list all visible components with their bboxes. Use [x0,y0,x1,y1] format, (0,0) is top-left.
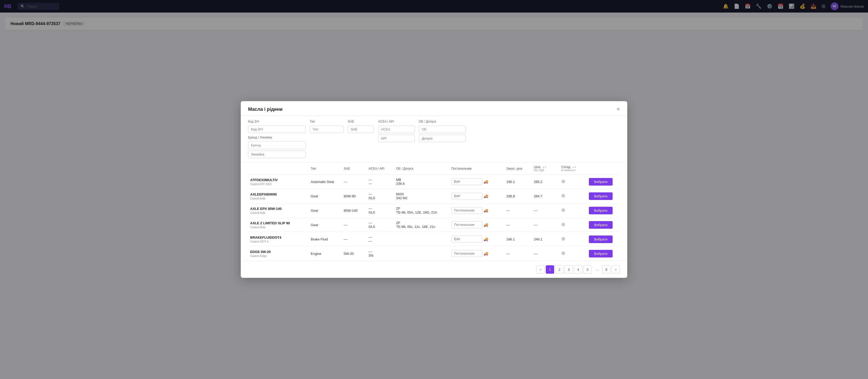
cell-item-name: AXLE EPX 85W-140 Castrol Axle [248,203,309,218]
filter-group-acea: ACEA / API ACEA [378,120,415,142]
stock-dot [561,252,565,255]
filter-type-select[interactable]: Тип [310,125,344,133]
truck-icon[interactable]: 🚚 [484,208,488,212]
cell-item-name: AXLE Z LIMITED SLIP 90 Castrol Axle [248,218,309,232]
cell-type: Gear [309,189,342,203]
cell-sae: — [342,218,367,232]
cell-price: 249.1 [532,232,559,246]
pagination-page-2[interactable]: 2 [555,265,563,274]
select-button[interactable]: Вибрати [589,221,613,229]
truck-icon[interactable]: 🚚 [484,180,488,184]
select-button[interactable]: Вибрати [589,250,613,258]
col-action [587,163,620,175]
cell-type: Gear [309,203,342,218]
cell-stock [559,218,587,232]
cell-supplier: 🚚 [449,175,504,189]
filter-kod-input[interactable] [248,125,306,133]
filter-oe-select[interactable]: OE [419,125,466,133]
filter-label-sae: SAE [348,120,374,123]
cell-type: Automatic Gear [309,175,342,189]
cell-sae: 85W-140 [342,203,367,218]
table-row: AXLEEPX80W90 Castrol Axle Gear 80W-90 — … [248,189,620,203]
supplier-input[interactable] [451,236,483,242]
filter-label-type: Тип [310,120,344,123]
col-acea: ACEA / API [367,163,394,175]
modal-title: Масла і рідини [248,107,283,112]
filter-brend-select[interactable]: Бренд [248,141,306,149]
supplier-input[interactable] [451,178,483,185]
cell-oe: ZF TE-ML 05c, 12c, 16E, 21c [394,218,449,232]
stock-dot [561,223,565,226]
pagination-page-1[interactable]: 1 [546,265,554,274]
filter-sae-input[interactable] [348,125,374,133]
filter-group-oe: OE / Допуск OE [419,120,466,142]
table-row: EDGE 0W-20 Castrol Edge Engine 0W-20 — S… [248,246,620,261]
select-button[interactable]: Вибрати [589,207,613,214]
filter-group-sae: SAE [348,120,374,133]
filter-lineyka-input[interactable] [248,150,306,158]
col-type: Тип [309,163,342,175]
select-button[interactable]: Вибрати [589,235,613,243]
oils-modal: Масла і рідини × Код З/Ч Бренд / Линейка… [241,101,627,278]
cell-supplier: 🚚 [449,232,504,246]
stock-dot [561,237,565,241]
col-oe: OE / Допуск [394,163,449,175]
pagination-page-5[interactable]: 5 [583,265,592,274]
supplier-input[interactable] [451,207,483,214]
cell-supplier: 🚚 [449,189,504,203]
select-button[interactable]: Вибрати [589,193,613,200]
cell-sae: — [342,232,367,246]
select-button[interactable]: Вибрати [589,178,613,185]
cell-oe: ZF TE-ML 05A, 12E, 16D, 21A [394,203,449,218]
truck-icon[interactable]: 🚚 [484,237,488,241]
table-row: ATFDEXIIMULTIV Castrol ATF DEX Automatic… [248,175,620,189]
pagination-dots: ··· [593,265,601,274]
cell-oe [394,246,449,261]
cell-type: Gear [309,218,342,232]
supplier-input[interactable] [451,222,483,228]
pagination-page-4[interactable]: 4 [574,265,582,274]
supplier-input[interactable] [451,193,483,199]
filter-group-kod-brend: Код З/Ч Бренд / Линейка Бренд [248,120,306,158]
table-section: Тип SAE ACEA / API OE / Допуск Постачаль… [241,163,627,261]
col-price[interactable]: Ціна ▲▼ без ПДВ [532,163,559,175]
cell-stock [559,232,587,246]
cell-action: Вибрати [587,189,620,203]
pagination-prev[interactable]: < [536,265,545,274]
cell-purchase-price: 189.8 [504,189,532,203]
cell-price: — [532,218,559,232]
cell-supplier: 🚚 [449,246,504,261]
cell-supplier: 🚚 [449,203,504,218]
cell-item-name: AXLEEPX80W90 Castrol Axle [248,189,309,203]
modal-close-button[interactable]: × [617,106,620,112]
pagination-page-8[interactable]: 8 [602,265,611,274]
filter-acea-select[interactable]: ACEA [378,125,415,133]
stock-dot [561,208,565,212]
stock-dot [561,194,565,198]
pagination-page-3[interactable]: 3 [564,265,573,274]
table-row: AXLE Z LIMITED SLIP 90 Castrol Axle Gear… [248,218,620,232]
col-purchase-price[interactable]: Закуп. ціна [504,163,532,175]
cell-action: Вибрати [587,218,620,232]
pagination-next[interactable]: > [612,265,620,274]
filters-section: Код З/Ч Бренд / Линейка Бренд Тип Тип [241,116,627,163]
cell-purchase-price: — [504,203,532,218]
supplier-input[interactable] [451,250,483,257]
cell-item-name: BRAKEFLUIDDOT4 Castrol DOT 4 [248,232,309,246]
cell-purchase-price: 190.1 [504,175,532,189]
filter-group-type: Тип Тип [310,120,344,133]
oils-table: Тип SAE ACEA / API OE / Допуск Постачаль… [248,163,620,261]
truck-icon[interactable]: 🚚 [484,194,488,198]
cell-sae: 0W-20 [342,246,367,261]
col-stock[interactable]: Склад ▲▼ В наявності [559,163,587,175]
filter-api-input[interactable] [378,135,415,142]
cell-action: Вибрати [587,203,620,218]
cell-price: — [532,203,559,218]
filter-dopusk-input[interactable] [419,135,466,142]
truck-icon[interactable]: 🚚 [484,223,488,227]
cell-item-name: EDGE 0W-20 Castrol Edge [248,246,309,261]
filter-label-oe: OE / Допуск [419,120,466,123]
truck-icon[interactable]: 🚚 [484,252,488,256]
cell-purchase-price: — [504,246,532,261]
cell-oe [394,232,449,246]
